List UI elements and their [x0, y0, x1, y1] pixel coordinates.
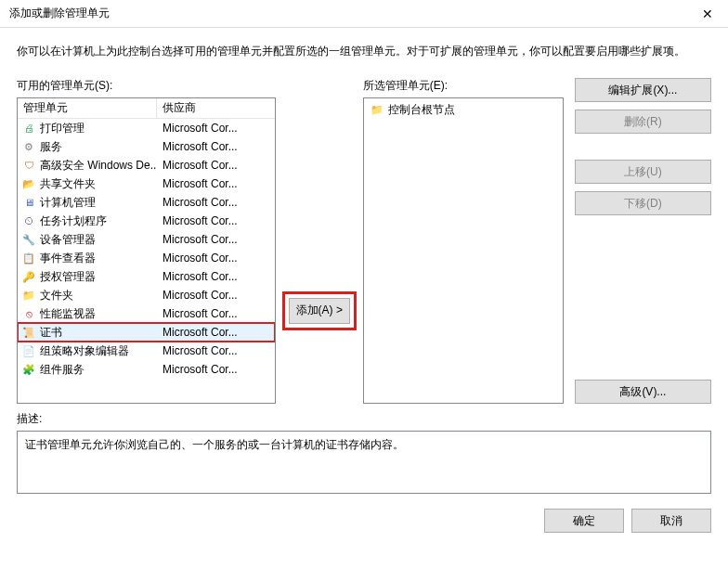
available-column: 可用的管理单元(S): 管理单元 供应商 🖨打印管理Microsoft Cor.…	[17, 78, 276, 404]
main-area: 可用的管理单元(S): 管理单元 供应商 🖨打印管理Microsoft Cor.…	[0, 69, 728, 404]
gear-icon: ⚙	[21, 139, 36, 154]
console-root-label: 控制台根节点	[388, 102, 455, 118]
list-item[interactable]: 📂共享文件夹Microsoft Cor...	[18, 174, 275, 193]
printer-icon: 🖨	[21, 121, 36, 136]
vendor-cell: Microsoft Cor...	[157, 307, 275, 320]
snapin-name: 服务	[40, 139, 62, 155]
vendor-cell: Microsoft Cor...	[157, 326, 275, 339]
vendor-cell: Microsoft Cor...	[157, 233, 275, 246]
snapin-name: 事件查看器	[40, 251, 96, 266]
vendor-cell: Microsoft Cor...	[157, 159, 275, 172]
spacer	[575, 141, 711, 152]
list-item[interactable]: ⏲任务计划程序Microsoft Cor...	[18, 212, 275, 230]
list-item[interactable]: 📁文件夹Microsoft Cor...	[18, 286, 275, 304]
right-buttons-column: 编辑扩展(X)... 删除(R) 上移(U) 下移(D) 高级(V)...	[575, 78, 711, 404]
move-down-button[interactable]: 下移(D)	[575, 191, 711, 215]
cert-icon: 📜	[21, 325, 36, 340]
vendor-cell: Microsoft Cor...	[157, 177, 275, 190]
cancel-button[interactable]: 取消	[631, 509, 711, 533]
list-item[interactable]: 📄组策略对象编辑器Microsoft Cor...	[18, 342, 275, 360]
comsvc-icon: 🧩	[21, 362, 36, 377]
header-vendor[interactable]: 供应商	[157, 98, 275, 118]
snapin-cell: 📋事件查看器	[18, 251, 157, 266]
list-item[interactable]: 🖥计算机管理Microsoft Cor...	[18, 193, 275, 212]
vendor-cell: Microsoft Cor...	[157, 140, 275, 153]
move-up-button[interactable]: 上移(U)	[575, 160, 711, 184]
add-highlight: 添加(A) >	[282, 291, 357, 330]
title-bar: 添加或删除管理单元 ✕	[0, 0, 728, 28]
snapin-cell: 📄组策略对象编辑器	[18, 343, 157, 359]
close-icon[interactable]: ✕	[686, 0, 728, 28]
snapin-cell: 🔧设备管理器	[18, 232, 157, 248]
selected-listbox[interactable]: 📁 控制台根节点	[363, 97, 564, 404]
snapin-name: 证书	[40, 325, 62, 341]
middle-column: 添加(A) >	[287, 78, 352, 404]
vendor-cell: Microsoft Cor...	[157, 252, 275, 265]
header-snapin[interactable]: 管理单元	[18, 98, 157, 118]
description-section: 描述: 证书管理单元允许你浏览自己的、一个服务的或一台计算机的证书存储内容。	[0, 404, 728, 494]
vendor-cell: Microsoft Cor...	[157, 214, 275, 227]
snapin-name: 文件夹	[40, 288, 73, 303]
description-box: 证书管理单元允许你浏览自己的、一个服务的或一台计算机的证书存储内容。	[17, 431, 711, 494]
snapin-name: 授权管理器	[40, 269, 96, 285]
folder-icon: 📁	[21, 288, 36, 303]
list-item[interactable]: ⚙服务Microsoft Cor...	[18, 137, 275, 156]
snapin-name: 组策略对象编辑器	[40, 343, 129, 359]
snapin-name: 设备管理器	[40, 232, 96, 248]
edit-extensions-button[interactable]: 编辑扩展(X)...	[575, 78, 711, 102]
intro-text: 你可以在计算机上为此控制台选择可用的管理单元并配置所选的一组管理单元。对于可扩展…	[0, 28, 728, 69]
selected-label: 所选管理单元(E):	[363, 78, 564, 94]
list-item[interactable]: 🛡高级安全 Windows De...Microsoft Cor...	[18, 156, 275, 174]
advanced-button[interactable]: 高级(V)...	[575, 380, 711, 404]
snapin-name: 共享文件夹	[40, 176, 96, 192]
vendor-cell: Microsoft Cor...	[157, 363, 275, 376]
snapin-cell: ⦸性能监视器	[18, 306, 157, 322]
add-button[interactable]: 添加(A) >	[289, 298, 350, 324]
snapin-cell: 📁文件夹	[18, 288, 157, 303]
snapin-name: 性能监视器	[40, 306, 96, 322]
snapin-cell: 📂共享文件夹	[18, 176, 157, 192]
list-item[interactable]: 🔑授权管理器Microsoft Cor...	[18, 267, 275, 286]
footer: 确定 取消	[0, 494, 728, 548]
spacer	[575, 223, 711, 372]
available-listbox[interactable]: 管理单元 供应商 🖨打印管理Microsoft Cor...⚙服务Microso…	[17, 97, 276, 404]
vendor-cell: Microsoft Cor...	[157, 289, 275, 302]
vendor-cell: Microsoft Cor...	[157, 196, 275, 209]
available-header: 管理单元 供应商	[18, 98, 275, 119]
available-body: 🖨打印管理Microsoft Cor...⚙服务Microsoft Cor...…	[18, 119, 275, 379]
snapin-cell: 🖥计算机管理	[18, 195, 157, 211]
console-root-item[interactable]: 📁 控制台根节点	[366, 100, 561, 120]
snapin-cell: 🧩组件服务	[18, 362, 157, 378]
vendor-cell: Microsoft Cor...	[157, 122, 275, 135]
computer-icon: 🖥	[21, 195, 36, 210]
window-title: 添加或删除管理单元	[9, 6, 686, 21]
snapin-name: 打印管理	[40, 121, 84, 136]
snapin-cell: 🛡高级安全 Windows De...	[18, 158, 157, 174]
snapin-cell: 🔑授权管理器	[18, 269, 157, 285]
description-label: 描述:	[17, 411, 711, 427]
available-label: 可用的管理单元(S):	[17, 78, 276, 94]
list-item[interactable]: 📋事件查看器Microsoft Cor...	[18, 249, 275, 267]
shared-folder-icon: 📂	[21, 176, 36, 191]
event-icon: 📋	[21, 251, 36, 265]
snapin-cell: ⏲任务计划程序	[18, 213, 157, 229]
snapin-cell: 🖨打印管理	[18, 121, 157, 136]
list-item[interactable]: 📜证书Microsoft Cor...	[18, 323, 275, 342]
auth-icon: 🔑	[21, 269, 36, 284]
ok-button[interactable]: 确定	[544, 509, 624, 533]
snapin-name: 任务计划程序	[40, 213, 107, 229]
device-icon: 🔧	[21, 232, 36, 247]
vendor-cell: Microsoft Cor...	[157, 270, 275, 283]
folder-icon: 📁	[370, 103, 384, 118]
list-item[interactable]: ⦸性能监视器Microsoft Cor...	[18, 304, 275, 323]
gpo-icon: 📄	[21, 343, 36, 358]
list-item[interactable]: 🔧设备管理器Microsoft Cor...	[18, 230, 275, 249]
snapin-name: 计算机管理	[40, 195, 96, 211]
snapin-cell: 📜证书	[18, 325, 157, 341]
snapin-name: 组件服务	[40, 362, 84, 378]
perf-icon: ⦸	[21, 306, 36, 321]
remove-button[interactable]: 删除(R)	[575, 110, 711, 134]
list-item[interactable]: 🧩组件服务Microsoft Cor...	[18, 360, 275, 379]
list-item[interactable]: 🖨打印管理Microsoft Cor...	[18, 119, 275, 137]
snapin-name: 高级安全 Windows De...	[40, 158, 157, 174]
